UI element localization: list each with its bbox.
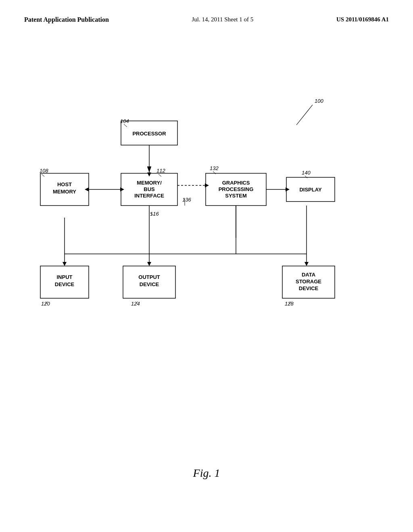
ref-140: 140 [302,170,311,176]
arrow-input [63,262,67,266]
figure-caption: Fig. 1 [0,467,413,480]
memory-bus-label-2: BUS [144,186,155,192]
header-date-sheet: Jul. 14, 2011 Sheet 1 of 5 [192,16,253,23]
graphics-label-1: GRAPHICS [222,180,250,186]
output-device-label-2: DEVICE [140,281,159,287]
diagram-area: text { font-family: Arial, Helvetica, sa… [0,81,413,363]
input-device-label-2: DEVICE [55,281,75,287]
display-label: DISPLAY [299,187,321,193]
ref-112: 112 [156,168,165,174]
input-device-label-1: INPUT [57,274,73,280]
data-storage-label-3: DEVICE [299,285,319,291]
output-device-label-1: OUTPUT [138,274,160,280]
memory-bus-label-1: MEMORY/ [137,180,162,186]
arrow-storage [305,262,309,266]
ref-100: 100 [315,98,323,104]
ref-100-line [296,105,313,125]
data-storage-label-2: STORAGE [296,278,321,285]
memory-bus-label-3: INTERFACE [134,193,164,199]
ref-132: 132 [210,165,219,171]
processor-label: PROCESSOR [132,131,166,137]
ref-120: 120 [41,301,50,307]
header-publication-type: Patent Application Publication [24,16,109,23]
arrow-output [147,262,151,266]
ref-104: 104 [120,118,129,124]
ref-128: 128 [285,301,294,307]
host-memory-label-2: MEMORY [53,189,76,195]
data-storage-label-1: DATA [302,272,316,278]
block-diagram: text { font-family: Arial, Helvetica, sa… [0,81,413,363]
host-memory-label-1: HOST [57,181,72,187]
graphics-label-2: PROCESSING [219,186,254,192]
ref-136: 136 [182,197,191,203]
graphics-label-3: SYSTEM [225,193,246,199]
header-patent-number: US 2011/0169846 A1 [336,16,389,23]
ref-108: 108 [40,168,48,174]
page-header: Patent Application Publication Jul. 14, … [0,0,413,23]
